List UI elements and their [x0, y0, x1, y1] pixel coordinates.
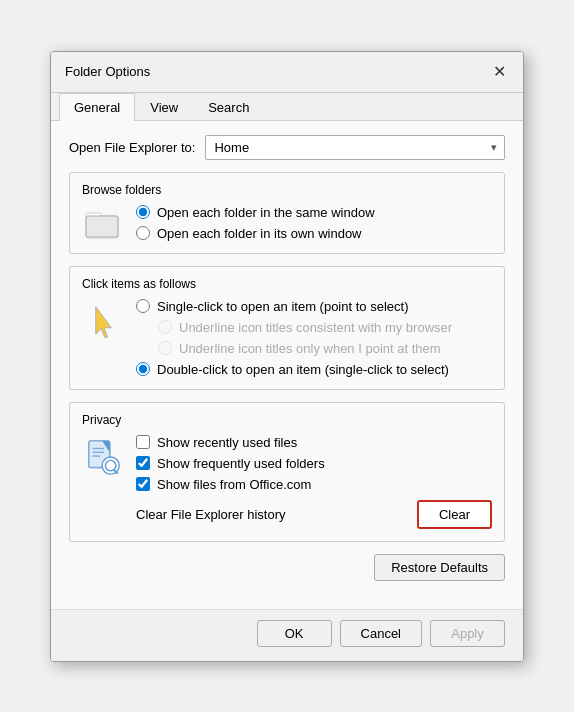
checkbox-frequent-folders-label: Show frequently used folders	[157, 456, 325, 471]
checkbox-frequent-folders[interactable]	[136, 456, 150, 470]
privacy-section: Privacy	[69, 402, 505, 542]
radio-underline-point-row: Underline icon titles only when I point …	[158, 341, 492, 356]
radio-same-window[interactable]	[136, 205, 150, 219]
radio-own-window-label: Open each folder in its own window	[157, 226, 362, 241]
radio-underline-browser-label: Underline icon titles consistent with my…	[179, 320, 452, 335]
restore-defaults-button[interactable]: Restore Defaults	[374, 554, 505, 581]
cursor-icon	[82, 299, 126, 377]
click-items-inner: Single-click to open an item (point to s…	[82, 299, 492, 377]
checkbox-office-files-row: Show files from Office.com	[136, 477, 492, 492]
browse-folders-options: Open each folder in the same window Open…	[136, 205, 492, 241]
click-items-title: Click items as follows	[82, 277, 492, 291]
tab-search[interactable]: Search	[193, 93, 264, 121]
radio-single-click-label: Single-click to open an item (point to s…	[157, 299, 408, 314]
checkbox-frequent-folders-row: Show frequently used folders	[136, 456, 492, 471]
radio-single-click[interactable]	[136, 299, 150, 313]
privacy-options: Show recently used files Show frequently…	[136, 435, 492, 529]
tab-view[interactable]: View	[135, 93, 193, 121]
radio-underline-point-label: Underline icon titles only when I point …	[179, 341, 441, 356]
checkbox-office-files-label: Show files from Office.com	[157, 477, 311, 492]
radio-double-click-row: Double-click to open an item (single-cli…	[136, 362, 492, 377]
privacy-icon	[82, 435, 126, 529]
dialog-footer: OK Cancel Apply	[51, 609, 523, 661]
radio-own-window[interactable]	[136, 226, 150, 240]
browse-folders-inner: Open each folder in the same window Open…	[82, 205, 492, 241]
apply-button[interactable]: Apply	[430, 620, 505, 647]
ok-button[interactable]: OK	[257, 620, 332, 647]
folder-options-dialog: Folder Options ✕ General View Search Ope…	[50, 51, 524, 662]
tab-general[interactable]: General	[59, 93, 135, 121]
radio-single-click-row: Single-click to open an item (point to s…	[136, 299, 492, 314]
title-bar: Folder Options ✕	[51, 52, 523, 93]
radio-same-window-row: Open each folder in the same window	[136, 205, 492, 220]
checkbox-recent-files-label: Show recently used files	[157, 435, 297, 450]
checkbox-recent-files-row: Show recently used files	[136, 435, 492, 450]
radio-underline-point[interactable]	[158, 341, 172, 355]
radio-underline-browser[interactable]	[158, 320, 172, 334]
privacy-inner: Show recently used files Show frequently…	[82, 435, 492, 529]
folder-icon	[82, 205, 126, 241]
click-items-section: Click items as follows Single-click to o…	[69, 266, 505, 390]
browse-folders-title: Browse folders	[82, 183, 492, 197]
cancel-button[interactable]: Cancel	[340, 620, 422, 647]
clear-button[interactable]: Clear	[417, 500, 492, 529]
open-file-explorer-select-wrapper: Home Quick access This PC ▾	[205, 135, 505, 160]
privacy-title: Privacy	[82, 413, 492, 427]
radio-underline-browser-row: Underline icon titles consistent with my…	[158, 320, 492, 335]
close-button[interactable]: ✕	[487, 60, 511, 84]
radio-same-window-label: Open each folder in the same window	[157, 205, 375, 220]
clear-history-label: Clear File Explorer history	[136, 507, 286, 522]
open-file-explorer-select[interactable]: Home Quick access This PC	[205, 135, 505, 160]
checkbox-office-files[interactable]	[136, 477, 150, 491]
dialog-title: Folder Options	[65, 64, 150, 79]
radio-own-window-row: Open each folder in its own window	[136, 226, 492, 241]
open-file-explorer-row: Open File Explorer to: Home Quick access…	[69, 135, 505, 160]
checkbox-recent-files[interactable]	[136, 435, 150, 449]
restore-defaults-row: Restore Defaults	[69, 554, 505, 581]
tab-content: Open File Explorer to: Home Quick access…	[51, 121, 523, 609]
svg-rect-2	[86, 216, 118, 237]
open-file-explorer-label: Open File Explorer to:	[69, 140, 195, 155]
tabs-bar: General View Search	[51, 93, 523, 121]
browse-folders-section: Browse folders Open each folder in the s…	[69, 172, 505, 254]
clear-history-row: Clear File Explorer history Clear	[136, 500, 492, 529]
click-items-options: Single-click to open an item (point to s…	[136, 299, 492, 377]
radio-double-click-label: Double-click to open an item (single-cli…	[157, 362, 449, 377]
radio-double-click[interactable]	[136, 362, 150, 376]
